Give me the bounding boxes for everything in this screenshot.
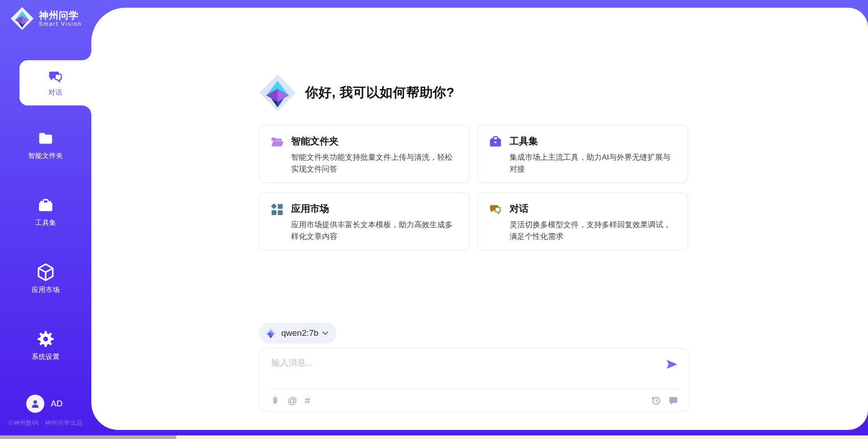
mention-button[interactable]: @ xyxy=(288,396,297,405)
card-toolset[interactable]: 工具集 集成市场上主流工具，助力AI与外界无缝扩展与对接 xyxy=(477,125,688,183)
card-chat[interactable]: 对话 灵活切换多模型文件，支持多样回复效果调试，满足个性化需求 xyxy=(477,192,688,250)
card-title: 智能文件夹 xyxy=(291,135,458,148)
attach-file-button[interactable] xyxy=(270,395,280,406)
model-gem-icon xyxy=(264,327,277,340)
sidebar-item-label: 应用市场 xyxy=(32,286,60,294)
chat-bubbles-icon xyxy=(489,203,502,216)
scrollbar-thumb[interactable] xyxy=(0,435,176,439)
feature-cards: 智能文件夹 智能文件夹功能支持批量文件上传与清洗，轻松实现文件问答 工具集 集成… xyxy=(259,125,688,250)
cube-icon xyxy=(36,262,55,282)
chevron-down-icon xyxy=(322,331,328,335)
sidebar-item-tools[interactable]: 工具集 xyxy=(0,197,91,227)
history-icon xyxy=(651,395,661,406)
card-smart-folders[interactable]: 智能文件夹 智能文件夹功能支持批量文件上传与清洗，轻松实现文件问答 xyxy=(259,125,470,183)
toolbox-icon xyxy=(37,197,55,215)
greeting-title: 你好, 我可以如何帮助你? xyxy=(305,84,454,102)
sidebar-item-folders[interactable]: 智能文件夹 xyxy=(0,130,91,160)
sidebar-item-label: 智能文件夹 xyxy=(28,152,63,160)
card-description: 应用市场提供丰富长文本模板，助力高效生成多样化文章内容 xyxy=(291,219,458,242)
card-app-market[interactable]: 应用市场 应用市场提供丰富长文本模板，助力高效生成多样化文章内容 xyxy=(259,192,470,250)
card-body: 应用市场 应用市场提供丰富长文本模板，助力高效生成多样化文章内容 xyxy=(291,202,458,240)
folder-icon xyxy=(37,130,55,148)
new-chat-button[interactable] xyxy=(668,395,678,406)
sidebar-item-chat[interactable]: 对话 xyxy=(19,60,91,105)
card-body: 智能文件夹 智能文件夹功能支持批量文件上传与清洗，轻松实现文件问答 xyxy=(291,135,458,173)
brand-gem-icon xyxy=(10,6,34,31)
card-description: 集成市场上主流工具，助力AI与外界无缝扩展与对接 xyxy=(509,152,677,175)
card-body: 对话 灵活切换多模型文件，支持多样回复效果调试，满足个性化需求 xyxy=(509,202,677,240)
sidebar-item-label: 工具集 xyxy=(35,219,57,227)
card-title: 应用市场 xyxy=(291,202,458,215)
sidebar-item-settings[interactable]: 系统设置 xyxy=(0,329,91,361)
composer-tools-right xyxy=(651,395,678,406)
message-input[interactable] xyxy=(270,356,655,384)
card-title: 对话 xyxy=(509,202,677,215)
model-selector[interactable]: qwen2:7b xyxy=(259,323,336,344)
sidebar: 神州问学 Smart Vision 对话 智能文件夹 工具集 xyxy=(0,0,91,435)
card-description: 智能文件夹功能支持批量文件上传与清洗，轻松实现文件问答 xyxy=(291,152,458,175)
brand-subtitle: Smart Vision xyxy=(39,21,82,27)
toolbox-icon xyxy=(489,135,502,149)
horizontal-scrollbar[interactable] xyxy=(0,435,868,439)
person-icon xyxy=(30,399,40,409)
apps-grid-icon xyxy=(270,203,284,216)
folder-open-icon xyxy=(270,135,284,149)
card-title: 工具集 xyxy=(509,135,677,148)
greeting: 你好, 我可以如何帮助你? xyxy=(258,72,454,113)
paperclip-icon xyxy=(270,395,280,406)
hashtag-button[interactable]: # xyxy=(305,396,310,405)
copyright: ©神州数码 · 神州问学出品 xyxy=(0,419,91,427)
chat-icon xyxy=(47,69,65,85)
brand-logo: 神州问学 Smart Vision xyxy=(10,6,82,31)
user-initials: AD xyxy=(51,399,62,409)
app-frame: 神州问学 Smart Vision 对话 智能文件夹 工具集 xyxy=(0,0,868,435)
user-account[interactable]: AD xyxy=(26,395,62,413)
gear-icon xyxy=(36,329,55,348)
brand-text: 神州问学 Smart Vision xyxy=(39,10,82,27)
assistant-gem-icon xyxy=(258,72,297,113)
sidebar-item-label: 对话 xyxy=(48,88,62,97)
message-icon xyxy=(668,395,678,406)
card-description: 灵活切换多模型文件，支持多样回复效果调试，满足个性化需求 xyxy=(509,219,677,242)
brand-name: 神州问学 xyxy=(39,10,82,21)
card-body: 工具集 集成市场上主流工具，助力AI与外界无缝扩展与对接 xyxy=(509,135,677,173)
send-button[interactable] xyxy=(665,358,679,372)
main-content: 你好, 我可以如何帮助你? 智能文件夹 智能文件夹功能支持批量文件上传与清洗，轻… xyxy=(91,8,868,430)
composer-toolbar: @ # xyxy=(270,394,678,406)
active-tab-curve-top xyxy=(82,51,91,60)
sidebar-item-label: 系统设置 xyxy=(32,353,60,361)
model-name: qwen2:7b xyxy=(281,328,318,338)
message-composer: @ # xyxy=(259,348,689,412)
composer-divider xyxy=(269,389,679,389)
composer-tools-left: @ # xyxy=(270,395,310,406)
history-button[interactable] xyxy=(651,395,661,406)
avatar xyxy=(26,395,44,413)
active-tab-curve-bottom xyxy=(82,105,91,115)
sidebar-item-market[interactable]: 应用市场 xyxy=(0,262,91,294)
send-icon xyxy=(665,358,679,371)
